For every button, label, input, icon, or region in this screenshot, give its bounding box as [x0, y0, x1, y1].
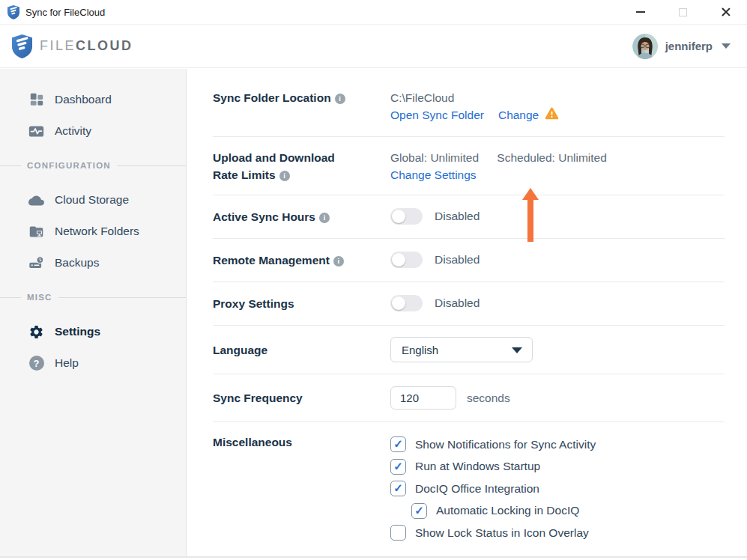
remote-management-label: Remote Managementi: [213, 252, 357, 269]
sidebar-item-label: Settings: [55, 325, 100, 338]
show-notifications-checkbox[interactable]: ✓: [390, 436, 406, 452]
checkbox-label: Show Notifications for Sync Activity: [415, 438, 596, 451]
change-settings-link[interactable]: Change Settings: [390, 168, 477, 181]
sidebar-item-dashboard[interactable]: Dashboard: [0, 84, 186, 115]
rate-limit-scheduled: Scheduled: Unlimited: [497, 149, 606, 166]
sidebar-item-backups[interactable]: Backups: [0, 247, 186, 279]
automatic-locking-checkbox[interactable]: ✓: [411, 503, 427, 519]
row-language: Language English: [213, 326, 725, 374]
sidebar-item-network-folders[interactable]: Network Folders: [0, 216, 186, 247]
title-bar: Sync for FileCloud: [0, 0, 747, 25]
maximize-button[interactable]: [662, 0, 704, 25]
network-folder-icon: [28, 224, 44, 240]
settings-panel: Sync Folder Locationi C:\FileCloud Open …: [187, 69, 747, 556]
minimize-button[interactable]: [619, 0, 662, 25]
language-selected-value: English: [402, 344, 438, 356]
checkbox-label: Show Lock Status in Icon Overlay: [415, 526, 589, 540]
sidebar: Dashboard Activity CONFIGURATION Cloud S…: [0, 69, 187, 556]
sync-for-filecloud-window: Sync for FileCloud FILECLOUD jenniferp: [0, 0, 747, 560]
sidebar-section-misc: MISC: [0, 279, 186, 316]
sidebar-item-help[interactable]: ? Help: [0, 347, 186, 379]
checkbox-label: Automatic Locking in DocIQ: [436, 504, 579, 517]
window-title: Sync for FileCloud: [25, 7, 105, 18]
info-icon[interactable]: i: [333, 256, 344, 267]
activity-pulse-icon: [28, 124, 44, 139]
section-header-misc: MISC: [21, 293, 58, 302]
checkbox-row-run-at-startup: ✓ Run at Windows Startup: [390, 456, 725, 478]
checkbox-label: DocIQ Office Integration: [415, 482, 539, 496]
sync-folder-path: C:\FileCloud: [390, 89, 725, 106]
row-miscellaneous: Miscellaneous ✓ Show Notifications for S…: [213, 422, 725, 559]
sidebar-item-activity[interactable]: Activity: [0, 115, 186, 147]
gear-icon: [28, 324, 44, 340]
proxy-settings-label: Proxy Settings: [213, 295, 357, 312]
sidebar-item-label: Help: [55, 356, 79, 370]
sync-frequency-input[interactable]: [390, 386, 456, 410]
row-proxy-settings: Proxy Settings Disabled: [213, 282, 725, 326]
question-circle-icon: ?: [28, 356, 44, 371]
row-active-sync-hours: Active Sync Hoursi Disabled: [213, 195, 725, 239]
change-folder-link[interactable]: Change: [498, 106, 539, 124]
row-rate-limits: Upload and Download Rate Limitsi Global:…: [213, 137, 725, 195]
info-icon[interactable]: i: [279, 171, 290, 181]
minimize-icon: [636, 11, 645, 13]
close-button[interactable]: [704, 0, 747, 25]
sidebar-item-label: Network Folders: [55, 225, 139, 238]
open-sync-folder-link[interactable]: Open Sync Folder: [390, 106, 484, 124]
sidebar-item-label: Backups: [55, 256, 99, 270]
checkbox-label: Run at Windows Startup: [415, 460, 540, 473]
account-menu[interactable]: jenniferp: [632, 34, 731, 59]
section-header-configuration: CONFIGURATION: [21, 161, 117, 170]
sync-folder-location-label: Sync Folder Locationi: [213, 89, 357, 106]
chevron-down-icon: [722, 43, 731, 49]
remote-management-status: Disabled: [435, 253, 480, 267]
active-sync-hours-toggle[interactable]: [390, 208, 423, 225]
proxy-settings-toggle[interactable]: [390, 295, 423, 311]
proxy-settings-status: Disabled: [435, 296, 480, 310]
active-sync-hours-label: Active Sync Hoursi: [213, 208, 357, 225]
rate-limits-label: Upload and Download Rate Limitsi: [213, 149, 357, 183]
sync-frequency-label: Sync Frequency: [213, 389, 357, 407]
row-sync-folder-location: Sync Folder Locationi C:\FileCloud Open …: [213, 69, 725, 137]
filecloud-logo: FILECLOUD: [12, 34, 133, 58]
window-bottom-border: [0, 556, 747, 558]
backup-drive-clock-icon: [28, 255, 44, 271]
row-remote-management: Remote Managementi Disabled: [213, 239, 725, 282]
app-header: FILECLOUD jenniferp: [0, 25, 747, 68]
chevron-down-icon: [512, 347, 522, 353]
miscellaneous-label: Miscellaneous: [213, 433, 357, 451]
username[interactable]: jenniferp: [665, 40, 713, 52]
run-at-startup-checkbox[interactable]: ✓: [390, 459, 406, 475]
sidebar-item-cloud-storage[interactable]: Cloud Storage: [0, 184, 186, 216]
filecloud-shield-icon: [7, 5, 19, 19]
checkbox-row-show-notifications: ✓ Show Notifications for Sync Activity: [390, 433, 725, 456]
sidebar-item-label: Cloud Storage: [55, 193, 129, 207]
sidebar-section-configuration: CONFIGURATION: [0, 147, 186, 184]
dociq-integration-checkbox[interactable]: ✓: [390, 481, 406, 496]
rate-limit-global: Global: Unlimited: [390, 149, 479, 166]
logo-wordmark: FILECLOUD: [40, 38, 133, 54]
maximize-icon: [679, 8, 687, 16]
cloud-icon: [28, 192, 44, 208]
active-sync-hours-status: Disabled: [435, 210, 480, 223]
avatar[interactable]: [632, 34, 658, 59]
language-select[interactable]: English: [390, 337, 533, 362]
filecloud-shield-icon: [12, 34, 32, 58]
checkbox-row-automatic-locking: ✓ Automatic Locking in DocIQ: [411, 500, 725, 523]
sidebar-item-settings[interactable]: Settings: [0, 316, 186, 347]
close-icon: [721, 7, 731, 17]
info-icon[interactable]: i: [335, 94, 345, 104]
language-label: Language: [213, 341, 357, 359]
warning-triangle-icon: [545, 107, 559, 123]
checkbox-row-dociq-integration: ✓ DocIQ Office Integration: [390, 478, 725, 500]
row-sync-frequency: Sync Frequency seconds: [213, 374, 725, 422]
checkbox-row-lock-status-overlay: Show Lock Status in Icon Overlay: [390, 522, 725, 544]
remote-management-toggle[interactable]: [390, 252, 423, 268]
dashboard-grid-icon: [28, 92, 44, 108]
sidebar-item-label: Activity: [55, 124, 91, 138]
sync-frequency-unit: seconds: [467, 392, 510, 405]
sidebar-item-label: Dashboard: [55, 93, 112, 106]
lock-status-overlay-checkbox[interactable]: [390, 525, 406, 541]
info-icon[interactable]: i: [319, 213, 330, 223]
